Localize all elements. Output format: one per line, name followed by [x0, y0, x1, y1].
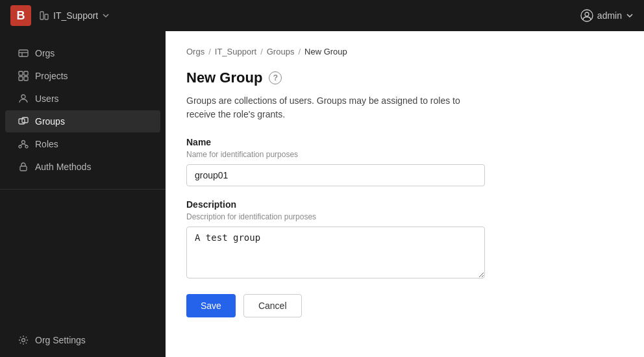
breadcrumb-sep-2: / — [260, 47, 263, 56]
roles-icon — [18, 139, 29, 149]
svg-rect-1 — [45, 14, 48, 19]
svg-point-17 — [19, 145, 21, 148]
sidebar-main-section: Orgs Projects Users — [0, 36, 166, 184]
lock-icon — [18, 162, 29, 172]
sidebar-item-org-settings[interactable]: Org Settings — [5, 329, 160, 351]
settings-icon — [18, 335, 29, 345]
svg-rect-6 — [19, 50, 28, 56]
page-description: Groups are collections of users. Groups … — [186, 94, 485, 121]
svg-rect-21 — [20, 166, 27, 171]
user-name: admin — [597, 10, 622, 21]
page-title-row: New Group ? — [186, 69, 623, 86]
sidebar-divider — [0, 189, 166, 190]
projects-icon — [18, 71, 29, 81]
button-row: Save Cancel — [186, 294, 623, 317]
org-icon — [18, 48, 29, 58]
name-label: Name — [186, 137, 485, 147]
svg-line-19 — [20, 144, 23, 146]
svg-point-18 — [25, 145, 28, 148]
svg-rect-11 — [19, 77, 23, 80]
svg-line-20 — [23, 144, 27, 146]
sidebar-item-groups[interactable]: Groups — [5, 110, 160, 132]
sidebar-label-users: Users — [35, 93, 59, 104]
logo[interactable]: B — [10, 5, 31, 26]
sidebar-label-auth-methods: Auth Methods — [35, 162, 91, 172]
org-selector[interactable]: IT_Support — [39, 10, 110, 21]
sidebar-item-users[interactable]: Users — [5, 88, 160, 110]
svg-point-5 — [585, 12, 589, 16]
svg-rect-12 — [24, 77, 28, 80]
topbar: B IT_Support admin — [0, 0, 644, 31]
breadcrumb-sep-1: / — [208, 47, 211, 56]
description-textarea[interactable]: A test group — [186, 227, 485, 278]
svg-rect-9 — [19, 71, 23, 75]
sidebar-item-roles[interactable]: Roles — [5, 133, 160, 155]
sidebar-label-roles: Roles — [35, 139, 58, 149]
description-hint: Description for identification purposes — [186, 212, 485, 221]
breadcrumb-orgs[interactable]: Orgs — [186, 47, 204, 56]
sidebar-label-org-settings: Org Settings — [35, 335, 86, 345]
breadcrumb-groups[interactable]: Groups — [267, 47, 295, 56]
breadcrumb-it-support[interactable]: IT_Support — [215, 47, 256, 56]
chevron-down-icon — [626, 12, 634, 19]
help-icon[interactable]: ? — [269, 71, 282, 84]
sidebar-label-groups: Groups — [35, 116, 65, 127]
svg-point-16 — [22, 141, 25, 144]
description-form-group: Description Description for identificati… — [186, 199, 485, 281]
svg-rect-0 — [40, 12, 43, 19]
sidebar-label-orgs: Orgs — [35, 48, 55, 58]
sidebar-item-orgs[interactable]: Orgs — [5, 42, 160, 64]
svg-point-22 — [22, 339, 25, 342]
page-title: New Group — [186, 69, 262, 86]
sidebar-item-auth-methods[interactable]: Auth Methods — [5, 156, 160, 178]
cancel-button[interactable]: Cancel — [243, 294, 302, 317]
breadcrumb-sep-3: / — [298, 47, 301, 56]
description-label: Description — [186, 199, 485, 210]
svg-rect-10 — [24, 71, 28, 75]
svg-point-13 — [21, 95, 25, 99]
breadcrumb-new-group: New Group — [304, 47, 347, 56]
main-layout: Orgs Projects Users — [0, 31, 644, 357]
user-circle-icon — [580, 9, 593, 22]
sidebar: Orgs Projects Users — [0, 31, 166, 357]
name-input[interactable] — [186, 164, 485, 186]
name-form-group: Name Name for identification purposes — [186, 137, 485, 186]
org-name: IT_Support — [53, 10, 98, 21]
sidebar-bottom: Org Settings — [0, 323, 166, 357]
chevron-down-icon — [102, 12, 110, 19]
building-icon — [39, 10, 49, 21]
breadcrumb: Orgs / IT_Support / Groups / New Group — [186, 47, 623, 56]
topbar-left: B IT_Support — [10, 5, 110, 26]
users-icon — [18, 93, 29, 104]
name-hint: Name for identification purposes — [186, 150, 485, 159]
sidebar-item-projects[interactable]: Projects — [5, 65, 160, 87]
sidebar-label-projects: Projects — [35, 71, 68, 81]
save-button[interactable]: Save — [186, 294, 236, 317]
user-menu[interactable]: admin — [580, 9, 634, 22]
groups-icon — [18, 116, 29, 127]
content-area: Orgs / IT_Support / Groups / New Group N… — [166, 31, 644, 357]
